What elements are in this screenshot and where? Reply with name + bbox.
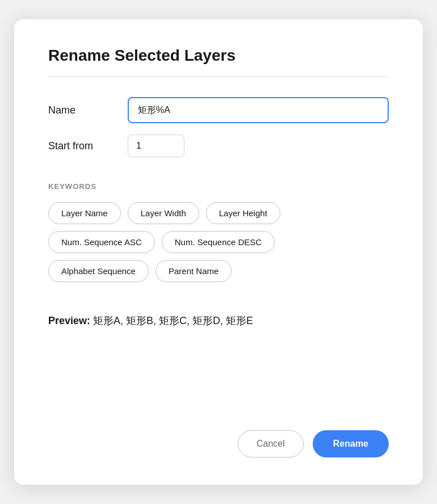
keyword-parent-name-button[interactable]: Parent Name xyxy=(156,260,232,282)
name-input[interactable] xyxy=(128,97,389,123)
keyword-num-seq-desc-button[interactable]: Num. Sequence DESC xyxy=(162,231,275,253)
keywords-section-label: KEYWORDS xyxy=(48,182,389,191)
start-from-input[interactable] xyxy=(128,135,184,157)
name-label: Name xyxy=(48,104,128,116)
dialog-actions: Cancel Rename xyxy=(48,430,389,457)
start-from-label: Start from xyxy=(48,140,128,152)
keyword-layer-width-button[interactable]: Layer Width xyxy=(128,202,199,224)
preview-value: 矩形A, 矩形B, 矩形C, 矩形D, 矩形E xyxy=(93,315,253,326)
keywords-row-2: Num. Sequence ASC Num. Sequence DESC xyxy=(48,231,389,253)
cancel-button[interactable]: Cancel xyxy=(238,430,304,457)
rename-dialog: Rename Selected Layers Name Start from K… xyxy=(14,19,423,485)
name-form-group: Name xyxy=(48,97,389,123)
preview-section: Preview: 矩形A, 矩形B, 矩形C, 矩形D, 矩形E xyxy=(48,314,389,327)
keyword-layer-height-button[interactable]: Layer Height xyxy=(206,202,280,224)
keyword-num-seq-asc-button[interactable]: Num. Sequence ASC xyxy=(48,231,155,253)
keywords-section: KEYWORDS Layer Name Layer Width Layer He… xyxy=(48,182,389,289)
rename-button[interactable]: Rename xyxy=(313,430,389,457)
keyword-alphabet-seq-button[interactable]: Alphabet Sequence xyxy=(48,260,149,282)
preview-text: Preview: 矩形A, 矩形B, 矩形C, 矩形D, 矩形E xyxy=(48,315,253,326)
keyword-layer-name-button[interactable]: Layer Name xyxy=(48,202,121,224)
preview-label: Preview: xyxy=(48,315,90,326)
keywords-row-3: Alphabet Sequence Parent Name xyxy=(48,260,389,282)
keywords-row-1: Layer Name Layer Width Layer Height xyxy=(48,202,389,224)
dialog-title: Rename Selected Layers xyxy=(48,47,389,65)
start-from-form-group: Start from xyxy=(48,135,389,157)
title-divider xyxy=(48,76,389,77)
